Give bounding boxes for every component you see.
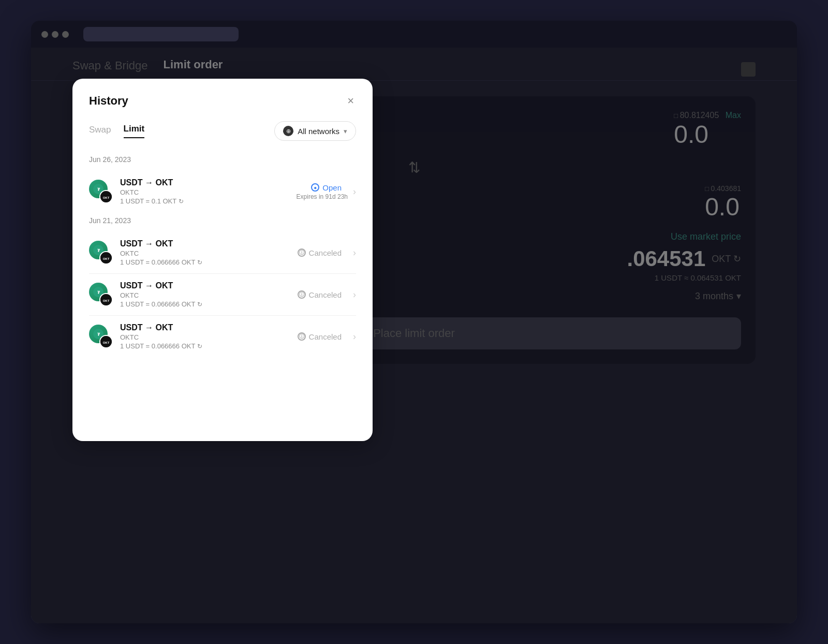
chevron-right-icon: ›: [353, 331, 356, 342]
tx-token-icons: ₮OKT: [89, 180, 113, 203]
tx-rate: 1 USDT = 0.066666 OKT ↻: [120, 258, 298, 266]
transaction-item[interactable]: ₮OKTUSDT → OKTOKTC1 USDT = 0.1 OKT ↻●Ope…: [89, 171, 356, 212]
browser-titlebar: [31, 21, 797, 48]
tx-network: OKTC: [120, 291, 298, 299]
tx-token-icons: ₮OKT: [89, 325, 113, 348]
date-label: Jun 21, 2023: [89, 216, 356, 225]
networks-filter-button[interactable]: ⊕ All networks ▾: [274, 121, 356, 141]
dot-yellow[interactable]: [52, 31, 58, 38]
tx-title: USDT → OKT: [120, 323, 298, 332]
networks-label: All networks: [298, 127, 339, 136]
tx-status-wrap: ⓘCanceled: [298, 290, 348, 299]
status-label: Canceled: [309, 332, 342, 341]
modal-tabs-row: Swap Limit ⊕ All networks ▾: [89, 121, 356, 141]
history-modal: History × Swap Limit ⊕ All networks ▾: [72, 79, 373, 441]
status-label: Open: [322, 183, 342, 192]
tx-network: OKTC: [120, 188, 297, 196]
transaction-section: Jun 21, 2023₮OKTUSDT → OKTOKTC1 USDT = 0…: [89, 216, 356, 357]
tx-rate: 1 USDT = 0.066666 OKT ↻: [120, 342, 298, 350]
modal-tab-group: Swap Limit: [89, 124, 144, 138]
status-dot-icon: ⓘ: [298, 290, 306, 299]
tx-title: USDT → OKT: [120, 239, 298, 248]
tx-rate: 1 USDT = 0.1 OKT ↻: [120, 197, 297, 205]
tx-status-badge: ⓘCanceled: [298, 290, 342, 299]
okt-icon: OKT: [100, 191, 112, 202]
tx-info: USDT → OKTOKTC1 USDT = 0.066666 OKT ↻: [120, 323, 298, 350]
tx-token-icons: ₮OKT: [89, 241, 113, 265]
networks-icon: ⊕: [283, 126, 293, 136]
svg-text:OKT: OKT: [103, 196, 110, 199]
tx-status-wrap: ●OpenExpires in 91d 23h: [297, 183, 348, 200]
tx-rate: 1 USDT = 0.066666 OKT ↻: [120, 300, 298, 308]
status-sublabel: Expires in 91d 23h: [297, 193, 348, 200]
address-bar[interactable]: [83, 27, 239, 41]
chevron-right-icon: ›: [353, 247, 356, 258]
tx-info: USDT → OKTOKTC1 USDT = 0.066666 OKT ↻: [120, 239, 298, 266]
dot-red[interactable]: [41, 31, 48, 38]
status-dot-icon: ⓘ: [298, 248, 306, 257]
transaction-item[interactable]: ₮OKTUSDT → OKTOKTC1 USDT = 0.066666 OKT …: [89, 232, 356, 274]
transaction-section: Jun 26, 2023₮OKTUSDT → OKTOKTC1 USDT = 0…: [89, 155, 356, 212]
status-dot-icon: ●: [311, 183, 319, 192]
svg-text:OKT: OKT: [103, 257, 110, 260]
tab-limit[interactable]: Limit: [124, 124, 145, 138]
tx-title: USDT → OKT: [120, 281, 298, 290]
chevron-right-icon: ›: [353, 289, 356, 300]
tx-info: USDT → OKTOKTC1 USDT = 0.066666 OKT ↻: [120, 281, 298, 308]
tx-status-wrap: ⓘCanceled: [298, 248, 348, 257]
dot-green[interactable]: [62, 31, 69, 38]
date-label: Jun 26, 2023: [89, 155, 356, 164]
tx-status-badge: ●Open: [311, 183, 342, 192]
tx-title: USDT → OKT: [120, 178, 297, 187]
browser-content: Swap & Bridge Limit order USDT O: [31, 48, 797, 623]
chevron-down-icon: ▾: [344, 127, 347, 135]
browser-window: Swap & Bridge Limit order USDT O: [31, 21, 797, 623]
transaction-item[interactable]: ₮OKTUSDT → OKTOKTC1 USDT = 0.066666 OKT …: [89, 274, 356, 316]
chevron-right-icon: ›: [353, 186, 356, 197]
status-label: Canceled: [309, 290, 342, 299]
browser-dots: [41, 31, 69, 38]
svg-text:OKT: OKT: [103, 299, 110, 302]
status-label: Canceled: [309, 248, 342, 257]
tx-network: OKTC: [120, 333, 298, 341]
tx-info: USDT → OKTOKTC1 USDT = 0.1 OKT ↻: [120, 178, 297, 205]
modal-overlay: History × Swap Limit ⊕ All networks ▾: [31, 48, 797, 623]
okt-icon: OKT: [100, 252, 112, 264]
modal-title: History: [89, 94, 128, 108]
status-dot-icon: ⓘ: [298, 332, 306, 341]
tx-network: OKTC: [120, 250, 298, 257]
tx-status-badge: ⓘCanceled: [298, 248, 342, 257]
svg-text:OKT: OKT: [103, 341, 110, 344]
modal-close-button[interactable]: ×: [345, 93, 356, 109]
modal-header: History ×: [89, 93, 356, 109]
tx-token-icons: ₮OKT: [89, 283, 113, 306]
tx-status-badge: ⓘCanceled: [298, 332, 342, 341]
tab-swap[interactable]: Swap: [89, 125, 111, 138]
transactions-list: Jun 26, 2023₮OKTUSDT → OKTOKTC1 USDT = 0…: [89, 155, 356, 357]
okt-icon: OKT: [100, 336, 112, 347]
okt-icon: OKT: [100, 294, 112, 305]
transaction-item[interactable]: ₮OKTUSDT → OKTOKTC1 USDT = 0.066666 OKT …: [89, 316, 356, 357]
tx-status-wrap: ⓘCanceled: [298, 332, 348, 341]
